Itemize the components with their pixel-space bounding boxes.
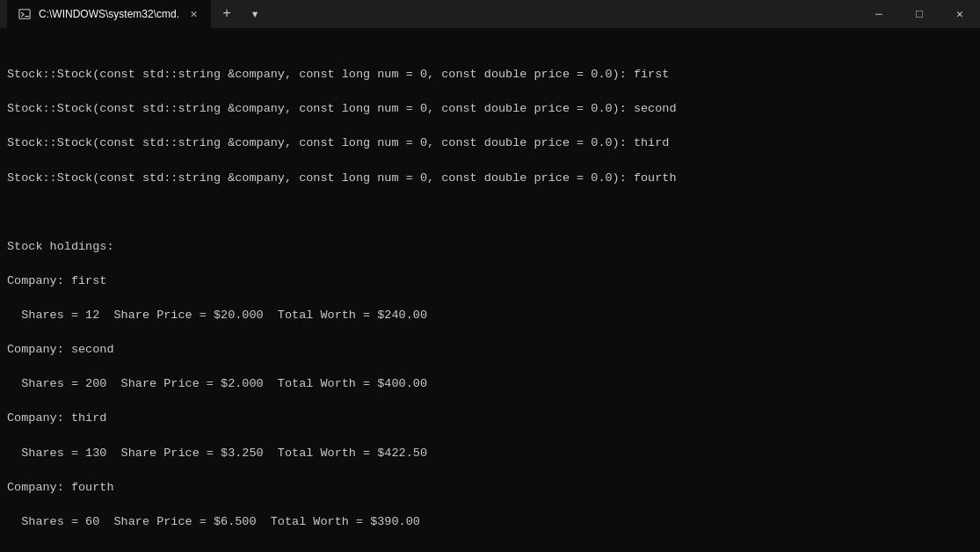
tab-title: C:\WINDOWS\system32\cmd. <box>39 8 179 20</box>
terminal-window: C:\WINDOWS\system32\cmd. ✕ + ▾ ─ □ ✕ Sto… <box>0 0 980 552</box>
terminal-line: Stock::Stock(const std::string &company,… <box>7 170 973 187</box>
titlebar-actions: + ▾ <box>211 0 271 28</box>
svg-rect-0 <box>19 10 30 19</box>
terminal-line: Shares = 12 Share Price = $20.000 Total … <box>7 307 973 324</box>
terminal-line: Stock::Stock(const std::string &company,… <box>7 100 973 118</box>
terminal-line: Company: fourth <box>7 479 973 497</box>
close-button[interactable]: ✕ <box>940 0 980 28</box>
terminal-line: Shares = 60 Share Price = $6.500 Total W… <box>7 513 973 531</box>
terminal-line: Company: first <box>7 272 973 290</box>
terminal-line <box>7 204 973 222</box>
minimize-button[interactable]: ─ <box>859 0 899 28</box>
terminal-line: Company: third <box>7 410 973 427</box>
titlebar-tabs: C:\WINDOWS\system32\cmd. ✕ + ▾ <box>7 0 859 28</box>
terminal-line: Stock::Stock(const std::string &company,… <box>7 66 973 84</box>
terminal-line: Shares = 130 Share Price = $3.250 Total … <box>7 445 973 462</box>
window-controls: ─ □ ✕ <box>859 0 980 28</box>
titlebar: C:\WINDOWS\system32\cmd. ✕ + ▾ ─ □ ✕ <box>0 0 980 28</box>
terminal-line: Stock holdings: <box>7 238 973 256</box>
tab-close-button[interactable]: ✕ <box>186 7 200 21</box>
terminal-line <box>7 548 973 552</box>
new-tab-button[interactable]: + <box>214 2 239 26</box>
terminal-line: Shares = 200 Share Price = $2.000 Total … <box>7 375 973 393</box>
maximize-button[interactable]: □ <box>899 0 940 28</box>
active-tab[interactable]: C:\WINDOWS\system32\cmd. ✕ <box>7 0 211 28</box>
dropdown-button[interactable]: ▾ <box>243 2 267 26</box>
terminal-icon <box>18 7 32 21</box>
terminal-output: Stock::Stock(const std::string &company,… <box>0 28 980 552</box>
terminal-line: Stock::Stock(const std::string &company,… <box>7 134 973 152</box>
terminal-line: Company: second <box>7 341 973 359</box>
